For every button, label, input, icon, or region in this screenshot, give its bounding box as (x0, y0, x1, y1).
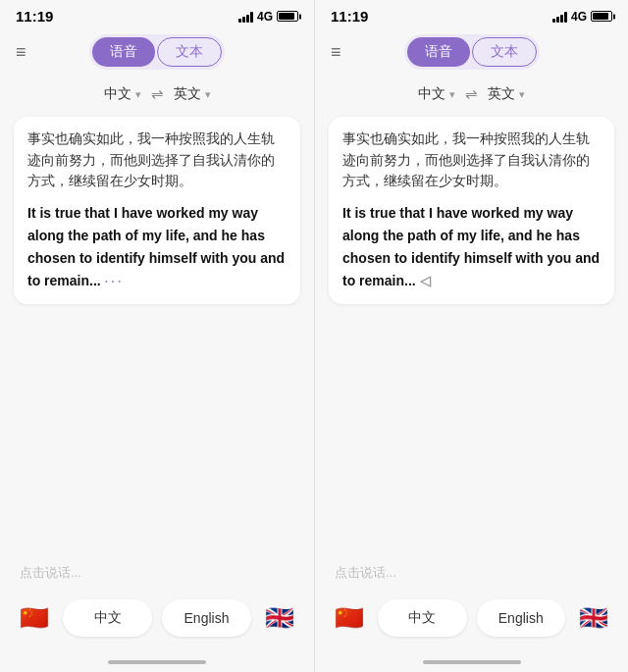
source-lang-arrow-left: ▾ (135, 88, 141, 101)
network-label-right: 4G (571, 10, 587, 24)
home-bar-left (108, 660, 206, 664)
network-label-left: 4G (257, 10, 273, 24)
target-lang-left[interactable]: 英文 ▾ (174, 85, 211, 103)
translation-box-left: 事实也确实如此，我一种按照我的人生轨迹向前努力，而他则选择了自我认清你的方式，继… (14, 117, 300, 304)
flag-uk-left[interactable]: 🇬🇧 (261, 599, 298, 637)
signal-icon-left (238, 11, 253, 23)
source-lang-right[interactable]: 中文 ▾ (418, 85, 455, 103)
status-time-right: 11:19 (331, 8, 368, 25)
target-lang-label-left: 英文 (174, 85, 201, 103)
top-nav-left: ≡ 语音 文本 (0, 28, 314, 78)
status-icons-right: 4G (552, 10, 612, 24)
status-bar-left: 11:19 4G (0, 0, 314, 28)
speak-hint-right[interactable]: 点击说话... (315, 556, 628, 590)
swap-icon-left[interactable]: ⇌ (151, 85, 164, 103)
signal-icon-right (552, 11, 567, 23)
lang-selector-right: 中文 ▾ ⇌ 英文 ▾ (315, 78, 628, 111)
source-text-left: 事实也确实如此，我一种按照我的人生轨迹向前努力，而他则选择了自我认清你的方式，继… (27, 129, 287, 192)
flag-chinese-right[interactable]: 🇨🇳 (331, 599, 368, 637)
translated-text-left: It is true that I have worked my way alo… (27, 202, 287, 292)
battery-icon-right (591, 11, 612, 22)
status-time-left: 11:19 (16, 8, 53, 25)
tab-voice-right[interactable]: 语音 (407, 37, 470, 67)
status-bar-right: 11:19 4G (315, 0, 628, 28)
dots-indicator-left: · · · (105, 273, 122, 292)
flag-uk-right[interactable]: 🇬🇧 (575, 599, 612, 637)
home-indicator-right (315, 652, 628, 672)
menu-icon-left[interactable]: ≡ (16, 43, 26, 61)
lang-selector-left: 中文 ▾ ⇌ 英文 ▾ (0, 78, 314, 111)
swap-icon-right[interactable]: ⇌ (465, 85, 478, 103)
tab-text-left[interactable]: 文本 (157, 37, 222, 67)
target-lang-arrow-left: ▾ (205, 88, 211, 101)
lang-pill-chinese-right[interactable]: 中文 (378, 599, 467, 637)
source-lang-label-right: 中文 (418, 85, 445, 103)
home-bar-right (423, 660, 521, 664)
source-text-right: 事实也确实如此，我一种按照我的人生轨迹向前努力，而他则选择了自我认清你的方式，继… (342, 129, 601, 192)
speaker-icon-right[interactable]: ◁ (420, 270, 431, 292)
source-lang-arrow-right: ▾ (449, 88, 455, 101)
source-lang-left[interactable]: 中文 ▾ (104, 85, 141, 103)
bottom-toolbar-right: 🇨🇳 中文 English 🇬🇧 (315, 590, 628, 652)
top-nav-right: ≡ 语音 文本 (315, 28, 628, 78)
status-icons-left: 4G (238, 10, 298, 24)
lang-pill-english-right[interactable]: English (477, 599, 566, 637)
tab-group-left: 语音 文本 (89, 34, 225, 70)
phone-left: 11:19 4G ≡ 语音 文本 中文 ▾ ⇌ 英文 (0, 0, 314, 672)
source-lang-label-left: 中文 (104, 85, 131, 103)
translation-box-right: 事实也确实如此，我一种按照我的人生轨迹向前努力，而他则选择了自我认清你的方式，继… (329, 117, 614, 304)
menu-icon-right[interactable]: ≡ (331, 43, 341, 61)
target-lang-right[interactable]: 英文 ▾ (488, 85, 525, 103)
bottom-section-right: 点击说话... 🇨🇳 中文 English 🇬🇧 (315, 310, 628, 672)
bottom-section-left: 点击说话... 🇨🇳 中文 English 🇬🇧 (0, 310, 314, 672)
tab-group-right: 语音 文本 (404, 34, 540, 70)
speak-hint-left[interactable]: 点击说话... (0, 556, 314, 590)
bottom-toolbar-left: 🇨🇳 中文 English 🇬🇧 (0, 590, 314, 652)
tab-text-right[interactable]: 文本 (472, 37, 537, 67)
lang-pill-english-left[interactable]: English (162, 599, 251, 637)
phone-right: 11:19 4G ≡ 语音 文本 中文 ▾ ⇌ 英文 (314, 0, 628, 672)
home-indicator-left (0, 652, 314, 672)
battery-icon-left (277, 11, 298, 22)
translated-text-right: It is true that I have worked my way alo… (342, 202, 601, 292)
target-lang-arrow-right: ▾ (519, 88, 525, 101)
target-lang-label-right: 英文 (488, 85, 515, 103)
lang-pill-chinese-left[interactable]: 中文 (63, 599, 152, 637)
tab-voice-left[interactable]: 语音 (92, 37, 155, 67)
flag-chinese-left[interactable]: 🇨🇳 (16, 599, 53, 637)
